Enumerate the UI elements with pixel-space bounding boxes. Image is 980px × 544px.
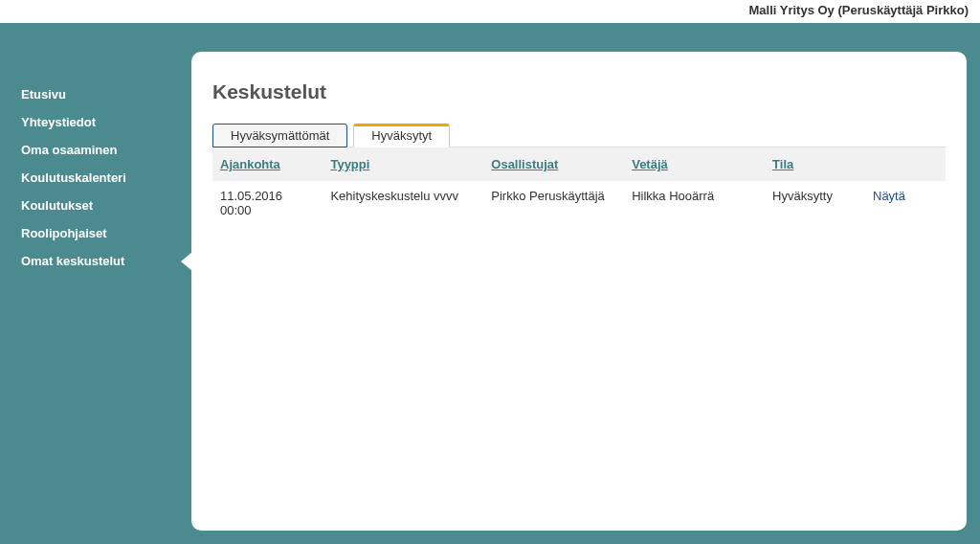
sidebar-item-label: Omat keskustelut [21,254,124,268]
col-header-leader[interactable]: Vetäjä [624,147,765,181]
col-header-status[interactable]: Tila [765,147,865,181]
sidebar-item-omat-keskustelut[interactable]: Omat keskustelut [0,247,191,275]
sidebar-item-label: Koulutuskalenteri [21,170,126,185]
page-title: Keskustelut [212,80,946,103]
discussions-table: Ajankohta Tyyppi Osallistujat Vetäjä Til… [212,147,946,225]
sidebar: Etusivu Yhteystiedot Oma osaaminen Koulu… [0,23,191,544]
cell-participants: Pirkko Peruskäyttäjä [483,181,624,225]
sidebar-item-etusivu[interactable]: Etusivu [0,80,191,108]
sidebar-item-label: Etusivu [21,87,66,102]
col-header-participants[interactable]: Osallistujat [483,147,624,181]
sidebar-item-oma-osaaminen[interactable]: Oma osaaminen [0,136,191,164]
cell-time: 11.05.2016 00:00 [212,181,323,225]
sidebar-item-koulutuskalenteri[interactable]: Koulutuskalenteri [0,164,191,192]
sidebar-item-label: Roolipohjaiset [21,226,107,240]
tab-hyvaksytyt[interactable]: Hyväksytyt [353,124,450,147]
tab-label: Hyväksymättömät [231,128,329,143]
content-wrap: Keskustelut Hyväksymättömät Hyväksytyt A… [191,23,980,544]
sidebar-item-roolipohjaiset[interactable]: Roolipohjaiset [0,219,191,247]
cell-leader: Hilkka Hooärrä [624,181,765,225]
main-area: Etusivu Yhteystiedot Oma osaaminen Koulu… [0,23,980,544]
cell-type: Kehityskeskustelu vvvv [323,181,483,225]
col-header-time[interactable]: Ajankohta [212,147,323,181]
user-context-bar: Malli Yritys Oy (Peruskäyttäjä Pirkko) [0,0,980,23]
sidebar-item-label: Yhteystiedot [21,115,96,129]
content-panel: Keskustelut Hyväksymättömät Hyväksytyt A… [191,52,967,531]
user-context: Malli Yritys Oy (Peruskäyttäjä Pirkko) [748,3,969,17]
sidebar-item-yhteystiedot[interactable]: Yhteystiedot [0,108,191,136]
table-row: 11.05.2016 00:00 Kehityskeskustelu vvvv … [212,181,946,225]
cell-status: Hyväksytty [765,181,865,225]
cell-action: Näytä [865,181,946,225]
tab-label: Hyväksytyt [371,128,432,143]
table-header-row: Ajankohta Tyyppi Osallistujat Vetäjä Til… [212,147,946,181]
col-header-type[interactable]: Tyyppi [323,147,483,181]
show-link[interactable]: Näytä [873,189,905,203]
sidebar-item-label: Oma osaaminen [21,143,117,157]
col-header-action [865,147,946,181]
sidebar-item-label: Koulutukset [21,198,93,213]
sidebar-item-koulutukset[interactable]: Koulutukset [0,192,191,219]
tab-hyvaksymattomat[interactable]: Hyväksymättömät [212,124,347,147]
tab-strip: Hyväksymättömät Hyväksytyt [212,123,946,147]
